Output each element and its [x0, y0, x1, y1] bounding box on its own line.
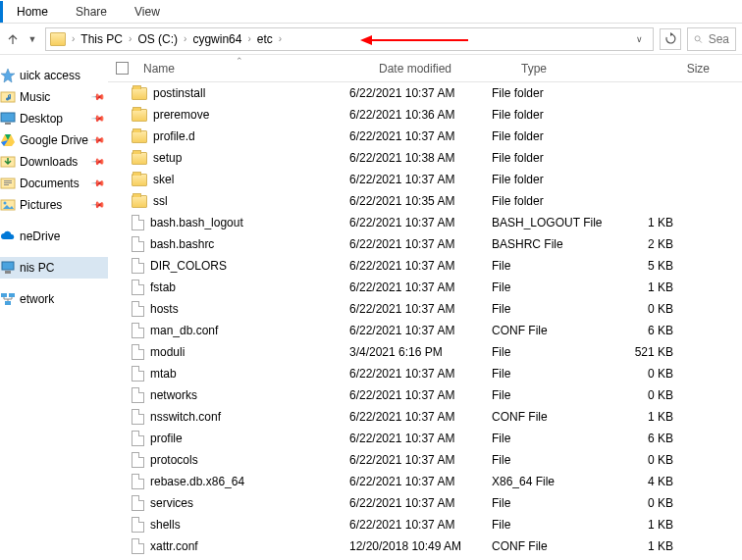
file-size: 0 KB: [604, 300, 687, 318]
folder-icon: [132, 195, 147, 208]
file-row[interactable]: postinstall6/22/2021 10:37 AMFile folder: [108, 82, 742, 104]
nav-item-etwork[interactable]: etwork: [0, 288, 108, 310]
file-row[interactable]: mtab6/22/2021 10:37 AMFile0 KB: [108, 363, 742, 384]
nav-item-pictures[interactable]: Pictures📌: [0, 194, 108, 216]
file-size: [604, 91, 687, 95]
pin-icon: 📌: [91, 112, 106, 127]
nav-item-downloads[interactable]: Downloads📌: [0, 151, 108, 173]
file-date: 6/22/2021 10:37 AM: [344, 473, 486, 490]
refresh-button[interactable]: [660, 28, 681, 50]
chevron-down-icon[interactable]: ∨: [636, 34, 643, 44]
column-checkbox[interactable]: [108, 58, 137, 78]
nav-item-uick-access[interactable]: uick access: [0, 65, 108, 86]
column-date[interactable]: Date modified: [373, 58, 515, 79]
sort-caret-icon: ⌃: [236, 56, 243, 66]
file-date: 6/22/2021 10:37 AM: [344, 279, 486, 296]
column-type[interactable]: Type: [515, 58, 633, 79]
file-row[interactable]: bash.bashrc6/22/2021 10:37 AMBASHRC File…: [108, 233, 742, 255]
file-row[interactable]: bash.bash_logout6/22/2021 10:37 AMBASH_L…: [108, 212, 742, 233]
breadcrumb-bar[interactable]: › This PC › OS (C:) › cygwin64 › etc › ∨: [45, 27, 654, 51]
file-name: bash.bashrc: [150, 237, 214, 251]
file-row[interactable]: xattr.conf12/20/2018 10:49 AMCONF File1 …: [108, 535, 742, 557]
history-dropdown[interactable]: ▼: [26, 32, 39, 46]
file-row[interactable]: profile.d6/22/2021 10:37 AMFile folder: [108, 126, 742, 147]
gdrive-icon: [0, 132, 16, 148]
crumb-etc[interactable]: etc: [253, 30, 277, 48]
nav-item-desktop[interactable]: Desktop📌: [0, 108, 108, 129]
file-icon: [132, 387, 144, 403]
file-icon: [132, 215, 144, 230]
file-size: [604, 178, 687, 181]
file-size: 521 KB: [604, 343, 687, 361]
ribbon-tab-view[interactable]: View: [121, 1, 174, 23]
crumb-cygwin64[interactable]: cygwin64: [188, 30, 245, 48]
search-input[interactable]: Sea: [687, 27, 736, 51]
file-type: File folder: [486, 127, 604, 145]
desktop-icon: [0, 111, 16, 127]
file-row[interactable]: ssl6/22/2021 10:35 AMFile folder: [108, 190, 742, 212]
file-row[interactable]: hosts6/22/2021 10:37 AMFile0 KB: [108, 298, 742, 320]
file-row[interactable]: profile6/22/2021 10:37 AMFile6 KB: [108, 428, 742, 449]
file-name-cell: setup: [108, 149, 344, 167]
up-button[interactable]: [6, 32, 20, 46]
file-icon: [132, 366, 144, 382]
nav-item-nis-pc[interactable]: nis PC: [0, 257, 108, 279]
file-row[interactable]: services6/22/2021 10:37 AMFile0 KB: [108, 492, 742, 514]
file-row[interactable]: preremove6/22/2021 10:36 AMFile folder: [108, 104, 742, 126]
file-name-cell: preremove: [108, 106, 344, 124]
file-row[interactable]: man_db.conf6/22/2021 10:37 AMCONF File6 …: [108, 320, 742, 341]
file-icon: [132, 258, 144, 274]
chevron-right-icon: ›: [247, 33, 250, 44]
file-name-cell: networks: [108, 385, 344, 405]
file-row[interactable]: rebase.db.x86_646/22/2021 10:37 AMX86_64…: [108, 471, 742, 492]
file-row[interactable]: DIR_COLORS6/22/2021 10:37 AMFile5 KB: [108, 255, 742, 277]
file-name: skel: [153, 173, 174, 186]
file-name-cell: shells: [108, 515, 344, 535]
svg-rect-15: [4, 182, 12, 183]
nav-label: nis PC: [20, 261, 54, 275]
svg-line-4: [700, 40, 702, 42]
file-name-cell: xattr.conf: [108, 536, 344, 556]
file-row[interactable]: fstab6/22/2021 10:37 AMFile1 KB: [108, 277, 742, 298]
nav-item-nedrive[interactable]: neDrive: [0, 226, 108, 247]
file-size: 4 KB: [604, 473, 687, 490]
file-date: 6/22/2021 10:37 AM: [344, 300, 486, 318]
file-type: CONF File: [486, 537, 604, 555]
svg-rect-24: [5, 301, 11, 305]
column-size[interactable]: Size: [633, 58, 716, 79]
nav-item-music[interactable]: Music📌: [0, 86, 108, 108]
crumb-this-pc[interactable]: This PC: [77, 30, 127, 48]
file-row[interactable]: skel6/22/2021 10:37 AMFile folder: [108, 169, 742, 190]
file-row[interactable]: networks6/22/2021 10:37 AMFile0 KB: [108, 384, 742, 406]
file-date: 3/4/2021 6:16 PM: [344, 343, 486, 361]
file-row[interactable]: moduli3/4/2021 6:16 PMFile521 KB: [108, 341, 742, 363]
file-icon: [132, 409, 144, 425]
file-row[interactable]: setup6/22/2021 10:38 AMFile folder: [108, 147, 742, 169]
file-date: 6/22/2021 10:37 AM: [344, 257, 486, 275]
file-date: 6/22/2021 10:37 AM: [344, 430, 486, 447]
nav-item-google-drive[interactable]: Google Drive📌: [0, 129, 108, 151]
file-name: bash.bash_logout: [150, 216, 243, 229]
ribbon-tab-home[interactable]: Home: [0, 1, 62, 23]
file-row[interactable]: nsswitch.conf6/22/2021 10:37 AMCONF File…: [108, 406, 742, 428]
file-icon: [132, 236, 144, 252]
file-icon: [132, 474, 144, 489]
pin-icon: 📌: [91, 133, 106, 148]
address-bar: ▼ › This PC › OS (C:) › cygwin64 › etc ›…: [0, 24, 742, 55]
file-date: 6/22/2021 10:37 AM: [344, 408, 486, 426]
nav-label: Desktop: [20, 112, 63, 126]
crumb-drive[interactable]: OS (C:): [133, 30, 182, 48]
svg-rect-21: [5, 271, 11, 274]
ribbon-tab-share[interactable]: Share: [62, 1, 121, 23]
select-all-checkbox[interactable]: [116, 62, 129, 75]
folder-icon: [132, 87, 147, 100]
file-size: [604, 199, 687, 203]
nav-item-documents[interactable]: Documents📌: [0, 173, 108, 194]
file-name-cell: ssl: [108, 192, 344, 210]
file-name: preremove: [153, 108, 209, 122]
file-type: File: [486, 516, 604, 534]
file-name-cell: nsswitch.conf: [108, 407, 344, 427]
file-row[interactable]: protocols6/22/2021 10:37 AMFile0 KB: [108, 449, 742, 471]
column-name[interactable]: Name⌃: [137, 58, 373, 79]
file-row[interactable]: shells6/22/2021 10:37 AMFile1 KB: [108, 514, 742, 535]
